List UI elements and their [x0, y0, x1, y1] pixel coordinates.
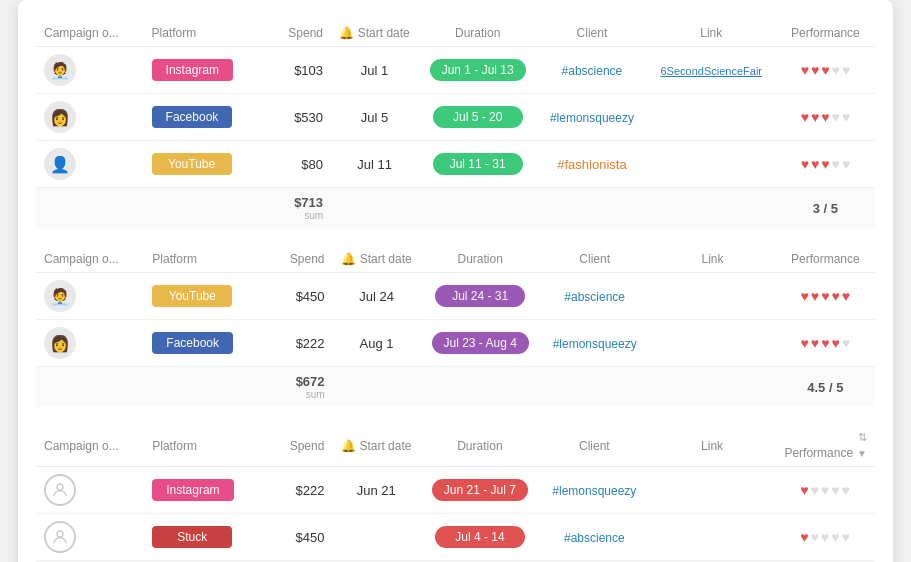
- client-tag: #lemonsqueezy: [553, 337, 637, 351]
- table-row: 👩Facebook$222Aug 1Jul 23 - Aug 4#lemonsq…: [36, 320, 875, 367]
- perf-score: 4.5 / 5: [807, 380, 843, 395]
- table-row: 🧑‍💼Instagram$103Jul 1Jun 1 - Jul 13#absc…: [36, 47, 875, 94]
- th-duration: Duration: [418, 20, 537, 47]
- spend-value: $222: [254, 467, 333, 514]
- table-group-1: Campaign o...PlatformSpend🔔 Start dateDu…: [36, 20, 875, 228]
- th-startdate: 🔔 Start date: [333, 246, 421, 273]
- heart-filled: ♥: [821, 109, 829, 125]
- start-date: Jul 5: [331, 94, 418, 141]
- th-performance: Performance: [776, 246, 875, 273]
- duration-badge: Jul 24 - 31: [435, 285, 525, 307]
- start-date: Jul 11: [331, 141, 418, 188]
- th-platform: Platform: [144, 425, 253, 467]
- th-client: Client: [540, 425, 650, 467]
- client-tag: #abscience: [564, 290, 625, 304]
- start-date: Aug 1: [333, 320, 421, 367]
- heart-filled: ♥: [811, 288, 819, 304]
- heart-filled: ♥: [801, 62, 809, 78]
- table-row: 👤YouTube$80Jul 11Jul 11 - 31#fashionista…: [36, 141, 875, 188]
- heart-empty: ♥: [832, 156, 840, 172]
- client-tag: #abscience: [562, 64, 623, 78]
- table-row: Instagram$222Jun 21Jun 21 - Jul 7#lemons…: [36, 467, 875, 514]
- th-performance: Performance: [776, 20, 875, 47]
- client-tag: #abscience: [564, 531, 625, 545]
- sum-value: $713: [294, 195, 323, 210]
- platform-badge: YouTube: [152, 153, 232, 175]
- heart-filled: ♥: [811, 109, 819, 125]
- heart-filled: ♥: [801, 156, 809, 172]
- heart-empty: ♥: [841, 529, 849, 545]
- th-startdate: 🔔 Start date: [332, 425, 420, 467]
- platform-badge: Stuck: [152, 526, 232, 548]
- th-spend: Spend: [254, 425, 333, 467]
- duration-badge: Jul 23 - Aug 4: [432, 332, 529, 354]
- heart-empty: ♥: [821, 482, 829, 498]
- table-row: Stuck$450Jul 4 - 14#abscience♥♥♥♥♥: [36, 514, 875, 561]
- platform-badge: Facebook: [152, 106, 233, 128]
- th-platform: Platform: [144, 246, 253, 273]
- sum-label: sum: [261, 210, 323, 221]
- link-value: [647, 141, 776, 188]
- link-value[interactable]: 6SecondScienceFair: [647, 47, 776, 94]
- avatar: 🧑‍💼: [44, 280, 76, 312]
- platform-badge: Instagram: [152, 59, 233, 81]
- heart-filled: ♥: [811, 335, 819, 351]
- sum-value: $672: [296, 374, 325, 389]
- heart-filled: ♥: [801, 335, 809, 351]
- svg-point-0: [57, 484, 63, 490]
- heart-filled: ♥: [831, 288, 839, 304]
- heart-empty: ♥: [832, 109, 840, 125]
- table-group-3: Campaign o...PlatformSpend🔔 Start dateDu…: [36, 425, 875, 562]
- avatar: 👩: [44, 101, 76, 133]
- link-value: [649, 514, 775, 561]
- heart-empty: ♥: [842, 109, 850, 125]
- platform-badge: YouTube: [152, 285, 232, 307]
- heart-empty: ♥: [831, 529, 839, 545]
- avatar: [44, 521, 76, 553]
- client-tag: #lemonsqueezy: [550, 111, 634, 125]
- start-date: Jul 1: [331, 47, 418, 94]
- platform-badge: Instagram: [152, 479, 233, 501]
- heart-filled: ♥: [821, 288, 829, 304]
- platform-badge: Facebook: [152, 332, 233, 354]
- heart-filled: ♥: [801, 109, 809, 125]
- th-spend: Spend: [254, 246, 333, 273]
- duration-badge: Jul 11 - 31: [433, 153, 523, 175]
- heart-empty: ♥: [811, 529, 819, 545]
- th-performance: ⇅Performance ▼: [775, 425, 875, 467]
- spend-value: $222: [254, 320, 333, 367]
- table-row: 🧑‍💼YouTube$450Jul 24Jul 24 - 31#abscienc…: [36, 273, 875, 320]
- start-date: Jul 24: [333, 273, 421, 320]
- heart-filled: ♥: [821, 335, 829, 351]
- th-client: Client: [537, 20, 646, 47]
- heart-empty: ♥: [842, 335, 850, 351]
- th-campaign: Campaign o...: [36, 20, 144, 47]
- spend-value: $450: [254, 514, 333, 561]
- avatar: [44, 474, 76, 506]
- perf-score: 3 / 5: [813, 201, 838, 216]
- start-date: Jun 21: [332, 467, 420, 514]
- spend-value: $530: [253, 94, 331, 141]
- spend-value: $103: [253, 47, 331, 94]
- link-value: [649, 273, 775, 320]
- th-link: Link: [649, 246, 775, 273]
- th-startdate: 🔔 Start date: [331, 20, 418, 47]
- heart-filled: ♥: [821, 62, 829, 78]
- duration-badge: Jun 1 - Jul 13: [430, 59, 526, 81]
- heart-filled: ♥: [800, 529, 808, 545]
- link-value: [649, 467, 775, 514]
- sum-label: sum: [262, 389, 325, 400]
- heart-filled: ♥: [800, 482, 808, 498]
- duration-badge: Jul 4 - 14: [435, 526, 525, 548]
- th-duration: Duration: [420, 425, 539, 467]
- table-group-2: Campaign o...PlatformSpend🔔 Start dateDu…: [36, 246, 875, 407]
- sum-row: $672sum4.5 / 5: [36, 367, 875, 408]
- th-campaign: Campaign o...: [36, 246, 144, 273]
- sum-row: $713sum3 / 5: [36, 188, 875, 229]
- table-row: 👩Facebook$530Jul 5Jul 5 - 20#lemonsqueez…: [36, 94, 875, 141]
- avatar: 👩: [44, 327, 76, 359]
- heart-filled: ♥: [801, 288, 809, 304]
- th-spend: Spend: [253, 20, 331, 47]
- heart-filled: ♥: [821, 156, 829, 172]
- heart-empty: ♥: [842, 62, 850, 78]
